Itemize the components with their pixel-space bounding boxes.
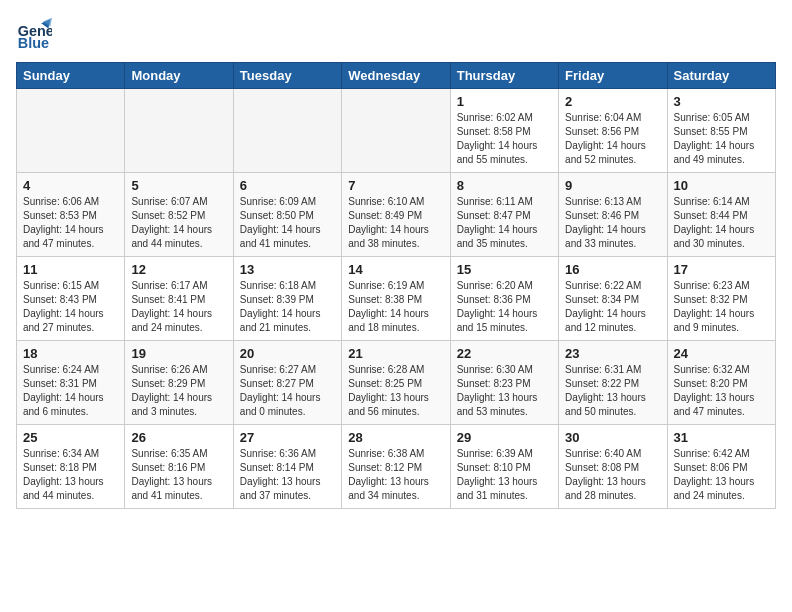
calendar-body: 1Sunrise: 6:02 AM Sunset: 8:58 PM Daylig… (17, 89, 776, 509)
day-number: 30 (565, 430, 660, 445)
day-info: Sunrise: 6:07 AM Sunset: 8:52 PM Dayligh… (131, 195, 226, 251)
day-info: Sunrise: 6:14 AM Sunset: 8:44 PM Dayligh… (674, 195, 769, 251)
day-number: 21 (348, 346, 443, 361)
day-info: Sunrise: 6:02 AM Sunset: 8:58 PM Dayligh… (457, 111, 552, 167)
day-cell: 4Sunrise: 6:06 AM Sunset: 8:53 PM Daylig… (17, 173, 125, 257)
day-cell: 23Sunrise: 6:31 AM Sunset: 8:22 PM Dayli… (559, 341, 667, 425)
day-cell: 30Sunrise: 6:40 AM Sunset: 8:08 PM Dayli… (559, 425, 667, 509)
day-info: Sunrise: 6:17 AM Sunset: 8:41 PM Dayligh… (131, 279, 226, 335)
day-cell (342, 89, 450, 173)
day-cell: 7Sunrise: 6:10 AM Sunset: 8:49 PM Daylig… (342, 173, 450, 257)
day-info: Sunrise: 6:06 AM Sunset: 8:53 PM Dayligh… (23, 195, 118, 251)
day-info: Sunrise: 6:18 AM Sunset: 8:39 PM Dayligh… (240, 279, 335, 335)
day-cell: 26Sunrise: 6:35 AM Sunset: 8:16 PM Dayli… (125, 425, 233, 509)
day-cell: 18Sunrise: 6:24 AM Sunset: 8:31 PM Dayli… (17, 341, 125, 425)
day-cell: 28Sunrise: 6:38 AM Sunset: 8:12 PM Dayli… (342, 425, 450, 509)
header-row: SundayMondayTuesdayWednesdayThursdayFrid… (17, 63, 776, 89)
day-cell: 12Sunrise: 6:17 AM Sunset: 8:41 PM Dayli… (125, 257, 233, 341)
day-number: 27 (240, 430, 335, 445)
week-row-5: 25Sunrise: 6:34 AM Sunset: 8:18 PM Dayli… (17, 425, 776, 509)
week-row-3: 11Sunrise: 6:15 AM Sunset: 8:43 PM Dayli… (17, 257, 776, 341)
day-number: 24 (674, 346, 769, 361)
day-info: Sunrise: 6:22 AM Sunset: 8:34 PM Dayligh… (565, 279, 660, 335)
header-cell-friday: Friday (559, 63, 667, 89)
day-cell: 20Sunrise: 6:27 AM Sunset: 8:27 PM Dayli… (233, 341, 341, 425)
day-info: Sunrise: 6:39 AM Sunset: 8:10 PM Dayligh… (457, 447, 552, 503)
day-number: 10 (674, 178, 769, 193)
day-number: 22 (457, 346, 552, 361)
header-cell-sunday: Sunday (17, 63, 125, 89)
week-row-1: 1Sunrise: 6:02 AM Sunset: 8:58 PM Daylig… (17, 89, 776, 173)
day-cell: 19Sunrise: 6:26 AM Sunset: 8:29 PM Dayli… (125, 341, 233, 425)
day-cell: 25Sunrise: 6:34 AM Sunset: 8:18 PM Dayli… (17, 425, 125, 509)
day-number: 12 (131, 262, 226, 277)
day-cell: 17Sunrise: 6:23 AM Sunset: 8:32 PM Dayli… (667, 257, 775, 341)
day-info: Sunrise: 6:10 AM Sunset: 8:49 PM Dayligh… (348, 195, 443, 251)
header-cell-thursday: Thursday (450, 63, 558, 89)
day-info: Sunrise: 6:34 AM Sunset: 8:18 PM Dayligh… (23, 447, 118, 503)
day-cell: 27Sunrise: 6:36 AM Sunset: 8:14 PM Dayli… (233, 425, 341, 509)
day-number: 16 (565, 262, 660, 277)
day-cell: 9Sunrise: 6:13 AM Sunset: 8:46 PM Daylig… (559, 173, 667, 257)
day-number: 7 (348, 178, 443, 193)
day-info: Sunrise: 6:27 AM Sunset: 8:27 PM Dayligh… (240, 363, 335, 419)
day-number: 1 (457, 94, 552, 109)
day-cell (125, 89, 233, 173)
day-info: Sunrise: 6:31 AM Sunset: 8:22 PM Dayligh… (565, 363, 660, 419)
day-info: Sunrise: 6:36 AM Sunset: 8:14 PM Dayligh… (240, 447, 335, 503)
week-row-2: 4Sunrise: 6:06 AM Sunset: 8:53 PM Daylig… (17, 173, 776, 257)
day-info: Sunrise: 6:05 AM Sunset: 8:55 PM Dayligh… (674, 111, 769, 167)
day-number: 28 (348, 430, 443, 445)
day-info: Sunrise: 6:24 AM Sunset: 8:31 PM Dayligh… (23, 363, 118, 419)
day-info: Sunrise: 6:30 AM Sunset: 8:23 PM Dayligh… (457, 363, 552, 419)
day-number: 9 (565, 178, 660, 193)
day-cell: 21Sunrise: 6:28 AM Sunset: 8:25 PM Dayli… (342, 341, 450, 425)
day-cell: 2Sunrise: 6:04 AM Sunset: 8:56 PM Daylig… (559, 89, 667, 173)
day-cell: 11Sunrise: 6:15 AM Sunset: 8:43 PM Dayli… (17, 257, 125, 341)
day-number: 18 (23, 346, 118, 361)
day-number: 20 (240, 346, 335, 361)
day-number: 14 (348, 262, 443, 277)
day-cell: 24Sunrise: 6:32 AM Sunset: 8:20 PM Dayli… (667, 341, 775, 425)
header-cell-saturday: Saturday (667, 63, 775, 89)
day-info: Sunrise: 6:23 AM Sunset: 8:32 PM Dayligh… (674, 279, 769, 335)
day-cell: 13Sunrise: 6:18 AM Sunset: 8:39 PM Dayli… (233, 257, 341, 341)
day-info: Sunrise: 6:15 AM Sunset: 8:43 PM Dayligh… (23, 279, 118, 335)
day-cell: 5Sunrise: 6:07 AM Sunset: 8:52 PM Daylig… (125, 173, 233, 257)
day-cell: 3Sunrise: 6:05 AM Sunset: 8:55 PM Daylig… (667, 89, 775, 173)
day-cell: 15Sunrise: 6:20 AM Sunset: 8:36 PM Dayli… (450, 257, 558, 341)
day-number: 17 (674, 262, 769, 277)
day-info: Sunrise: 6:38 AM Sunset: 8:12 PM Dayligh… (348, 447, 443, 503)
day-cell: 16Sunrise: 6:22 AM Sunset: 8:34 PM Dayli… (559, 257, 667, 341)
day-info: Sunrise: 6:13 AM Sunset: 8:46 PM Dayligh… (565, 195, 660, 251)
day-cell: 31Sunrise: 6:42 AM Sunset: 8:06 PM Dayli… (667, 425, 775, 509)
header-cell-wednesday: Wednesday (342, 63, 450, 89)
day-info: Sunrise: 6:26 AM Sunset: 8:29 PM Dayligh… (131, 363, 226, 419)
week-row-4: 18Sunrise: 6:24 AM Sunset: 8:31 PM Dayli… (17, 341, 776, 425)
day-number: 2 (565, 94, 660, 109)
day-number: 3 (674, 94, 769, 109)
day-info: Sunrise: 6:28 AM Sunset: 8:25 PM Dayligh… (348, 363, 443, 419)
day-number: 13 (240, 262, 335, 277)
day-info: Sunrise: 6:11 AM Sunset: 8:47 PM Dayligh… (457, 195, 552, 251)
day-number: 26 (131, 430, 226, 445)
header-cell-monday: Monday (125, 63, 233, 89)
day-info: Sunrise: 6:04 AM Sunset: 8:56 PM Dayligh… (565, 111, 660, 167)
day-cell: 6Sunrise: 6:09 AM Sunset: 8:50 PM Daylig… (233, 173, 341, 257)
day-info: Sunrise: 6:35 AM Sunset: 8:16 PM Dayligh… (131, 447, 226, 503)
logo: General Blue (16, 16, 56, 52)
day-info: Sunrise: 6:32 AM Sunset: 8:20 PM Dayligh… (674, 363, 769, 419)
day-cell: 29Sunrise: 6:39 AM Sunset: 8:10 PM Dayli… (450, 425, 558, 509)
day-number: 15 (457, 262, 552, 277)
day-info: Sunrise: 6:09 AM Sunset: 8:50 PM Dayligh… (240, 195, 335, 251)
day-cell: 14Sunrise: 6:19 AM Sunset: 8:38 PM Dayli… (342, 257, 450, 341)
day-number: 31 (674, 430, 769, 445)
calendar-header: SundayMondayTuesdayWednesdayThursdayFrid… (17, 63, 776, 89)
day-cell (17, 89, 125, 173)
logo-icon: General Blue (16, 16, 52, 52)
day-number: 8 (457, 178, 552, 193)
day-number: 25 (23, 430, 118, 445)
day-cell: 1Sunrise: 6:02 AM Sunset: 8:58 PM Daylig… (450, 89, 558, 173)
day-info: Sunrise: 6:40 AM Sunset: 8:08 PM Dayligh… (565, 447, 660, 503)
svg-text:Blue: Blue (18, 35, 49, 51)
